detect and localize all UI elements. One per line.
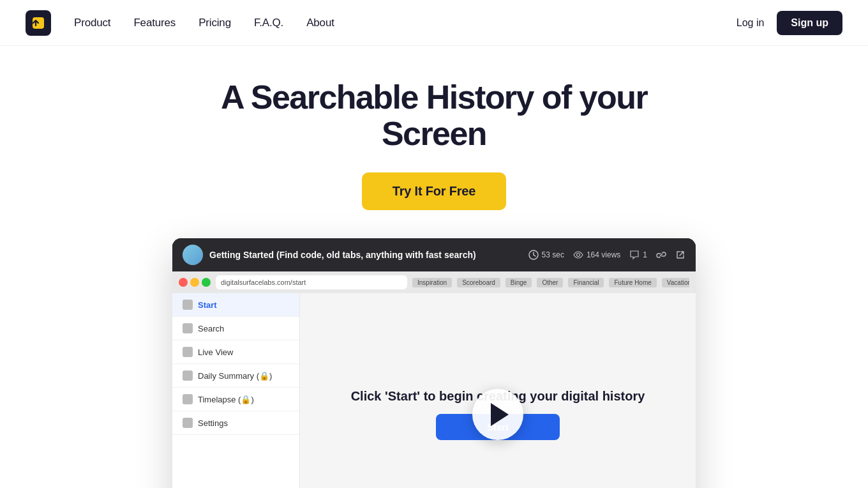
nav-link-about[interactable]: About [306,17,334,29]
sidebar-item-liveview[interactable]: Live View [172,340,299,364]
bookmark-item[interactable]: Inspiration [412,278,452,287]
video-play-button[interactable] [472,389,523,440]
video-comment-count: 1 [643,250,647,259]
nav-item-product[interactable]: Product [74,17,110,29]
browser-chrome-bar: digitalsurfacelabs.com/start Inspiration… [172,271,696,293]
navbar-left: Product Features Pricing F.A.Q. About [26,10,334,36]
search-icon [183,323,193,333]
bookmark-item[interactable]: Binge [505,278,532,287]
logo-icon [26,10,51,36]
hero-section: A Searchable History of your Screen Try … [0,46,868,488]
app-main-area: Click 'Start' to begin creating your dig… [300,293,696,488]
app-sidebar: Start Search Live View Daily Summary (🔒)… [172,293,300,488]
nav-link-pricing[interactable]: Pricing [198,17,231,29]
try-free-button[interactable]: Try It For Free [362,172,506,210]
clock-icon [528,250,539,260]
bookmark-item[interactable]: Scoreboard [457,278,500,287]
daily-icon [183,370,193,381]
play-triangle-icon [491,403,509,426]
nav-link-faq[interactable]: F.A.Q. [254,17,283,29]
video-top-right: 53 sec 164 views 1 [528,250,685,260]
sidebar-item-search[interactable]: Search [172,317,299,340]
sidebar-label-daily: Daily Summary (🔒) [198,371,272,381]
minimize-window-btn[interactable] [190,278,199,287]
signup-button[interactable]: Sign up [777,11,842,35]
video-title: Getting Started (Find code, old tabs, an… [209,250,476,260]
video-uploader-avatar [183,245,203,265]
sidebar-item-daily[interactable]: Daily Summary (🔒) [172,364,299,388]
nav-link-features[interactable]: Features [133,17,176,29]
browser-url-bar[interactable]: digitalsurfacelabs.com/start [216,275,407,289]
sidebar-label-timelapse: Timelapse (🔒) [198,395,254,404]
external-link-icon [675,250,685,260]
video-duration: 53 sec [542,250,564,259]
svg-point-2 [576,254,580,257]
browser-window-controls [179,278,211,287]
video-comment-stat: 1 [629,250,647,260]
link-icon [656,250,666,260]
video-container: Getting Started (Find code, old tabs, an… [172,238,696,488]
video-duration-stat: 53 sec [528,250,564,260]
logo-link[interactable] [26,10,51,36]
maximize-window-btn[interactable] [202,278,211,287]
login-button[interactable]: Log in [737,17,765,29]
nav-link-product[interactable]: Product [74,17,110,29]
comment-icon [629,250,640,260]
url-text: digitalsurfacelabs.com/start [221,278,306,286]
video-link-stat[interactable] [656,250,666,260]
sidebar-item-settings[interactable]: Settings [172,411,299,435]
video-views-stat: 164 views [573,250,620,260]
navbar: Product Features Pricing F.A.Q. About Lo… [0,0,868,46]
video-views: 164 views [587,250,620,259]
start-icon [183,300,193,310]
bookmark-item[interactable]: Future Home [609,278,656,287]
video-top-bar: Getting Started (Find code, old tabs, an… [172,238,696,271]
bookmark-item[interactable]: Financial [568,278,604,287]
nav-item-features[interactable]: Features [133,17,176,29]
video-top-left: Getting Started (Find code, old tabs, an… [183,245,476,265]
settings-icon [183,418,193,428]
nav-links: Product Features Pricing F.A.Q. About [74,17,334,29]
video-external-stat[interactable] [675,250,685,260]
bookmark-item[interactable]: Vacation [662,278,689,287]
navbar-right: Log in Sign up [737,11,842,35]
nav-item-pricing[interactable]: Pricing [198,17,231,29]
sidebar-label-settings: Settings [198,418,228,428]
eye-icon [573,250,583,260]
sidebar-item-timelapse[interactable]: Timelapse (🔒) [172,388,299,411]
live-view-icon [183,347,193,357]
sidebar-label-liveview: Live View [198,347,233,357]
sidebar-item-start[interactable]: Start [172,293,299,317]
browser-bookmarks: Inspiration Scoreboard Binge Other Finan… [412,278,689,287]
timelapse-icon [183,394,193,404]
sidebar-label-search: Search [198,324,224,333]
hero-title: A Searchable History of your Screen [179,79,689,152]
nav-item-faq[interactable]: F.A.Q. [254,17,283,29]
nav-item-about[interactable]: About [306,17,334,29]
sidebar-label-start: Start [198,300,217,310]
close-window-btn[interactable] [179,278,188,287]
app-inner-area: Start Search Live View Daily Summary (🔒)… [172,293,696,488]
bookmark-item[interactable]: Other [537,278,563,287]
